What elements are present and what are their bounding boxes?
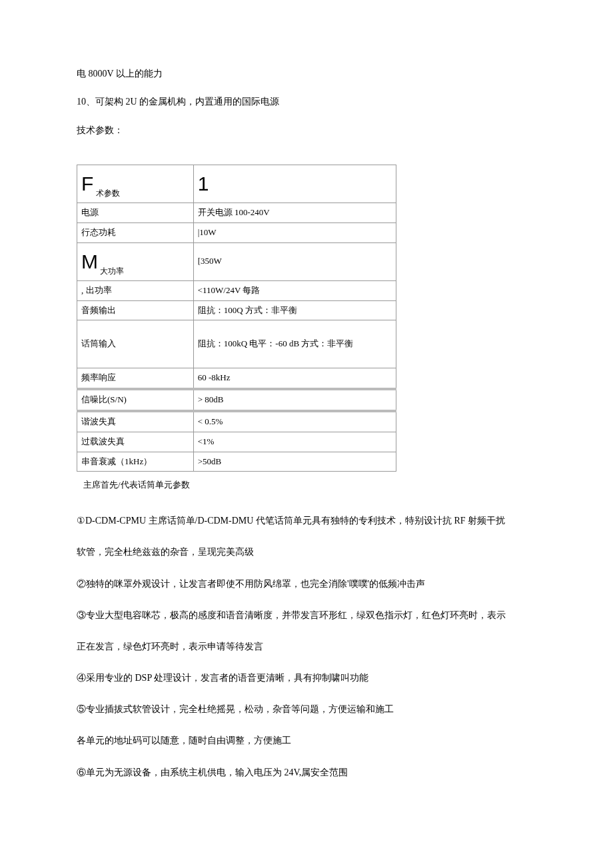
table-row: 电源 开关电源 100-240V: [77, 203, 396, 223]
cell-label: 音频输出: [77, 300, 194, 320]
cell-value: |10W: [193, 222, 396, 242]
table-row: , 出功率 <110W/24V 每路: [77, 280, 396, 300]
cell-label: M 大功率: [77, 242, 194, 280]
table-row: 频率响应 60 -8kHz: [77, 368, 396, 389]
cell-value: < 0.5%: [193, 411, 396, 432]
cell-label: 频率响应: [77, 368, 194, 389]
table-row: 信噪比(S/N) > 80dB: [77, 389, 396, 411]
paragraph: ④采用专业的 DSP 处理设计，发言者的语音更清晰，具有抑制啸叫功能: [77, 669, 536, 686]
cell-value: 阻抗：100kQ 电平：-60 dB 方式：非平衡: [193, 320, 396, 368]
paragraph: ①D-CDM-CPMU 主席话筒单/D-CDM-DMU 代笔话筒单元具有独特的专…: [77, 512, 536, 529]
table-row: 话筒输入 阻抗：100kQ 电平：-60 dB 方式：非平衡: [77, 320, 396, 368]
table-row: 串音衰减（1kHz） >50dB: [77, 452, 396, 472]
paragraph: ②独特的咪罩外观设计，让发言者即使不用防风绵罩，也完全消除'噗噗'的低频冲击声: [77, 576, 536, 592]
row-prefix: M: [81, 246, 98, 278]
cell-label: , 出功率: [77, 280, 194, 300]
table-row: M 大功率 [350W: [77, 242, 396, 280]
table-header-left: F 术参数: [77, 165, 194, 203]
cell-value: 60 -8kHz: [193, 368, 396, 389]
table-row: 过载波失真 <1%: [77, 432, 396, 452]
header-suffix: 术参数: [96, 189, 120, 198]
cell-value: [350W: [193, 242, 396, 280]
cell-label: 信噪比(S/N): [77, 389, 194, 411]
paragraph: ⑥单元为无源设备，由系统主机供电，输入电压为 24V,属安全范围: [77, 764, 536, 781]
section-label: 技术参数：: [77, 123, 536, 138]
header-right: 1: [198, 168, 209, 200]
cell-label: 话筒输入: [77, 320, 194, 368]
paragraph: ⑤专业插拔式软管设计，完全杜绝摇晃，松动，杂音等问题，方便运输和施工: [77, 701, 536, 717]
table-caption: 主席首先/代表话筒单元参数: [83, 478, 536, 492]
intro-line-1: 电 8000V 以上的能力: [77, 67, 536, 81]
intro-line-2: 10、可架构 2U 的金属机构，内置通用的国际电源: [77, 95, 536, 109]
paragraph: ③专业大型电容咪芯，极高的感度和语音清晰度，并带发言环形红，绿双色指示灯，红色灯…: [77, 607, 536, 624]
row-suffix: 大功率: [100, 266, 124, 276]
paragraph: 各单元的地址码可以随意，随时自由调整，方便施工: [77, 732, 536, 749]
paragraph: 软管，完全杜绝兹兹的杂音，呈现完美高级: [77, 544, 536, 560]
cell-value: >50dB: [193, 452, 396, 472]
cell-value: <1%: [193, 432, 396, 452]
cell-value: 开关电源 100-240V: [193, 203, 396, 223]
cell-value: 阻抗：100Q 方式：非平衡: [193, 300, 396, 320]
paragraph: 正在发言，绿色灯环亮时，表示申请等待发言: [77, 638, 536, 655]
cell-label: 过载波失真: [77, 432, 194, 452]
header-prefix: F: [81, 168, 93, 200]
cell-label: 谐波失真: [77, 411, 194, 432]
table-row: 谐波失真 < 0.5%: [77, 411, 396, 432]
cell-value: <110W/24V 每路: [193, 280, 396, 300]
cell-label: 电源: [77, 203, 194, 223]
table-row: 音频输出 阻抗：100Q 方式：非平衡: [77, 300, 396, 320]
table-row: 行态功耗 |10W: [77, 222, 396, 242]
cell-value: > 80dB: [193, 389, 396, 411]
cell-label: 串音衰减（1kHz）: [77, 452, 194, 472]
table-header-right: 1: [193, 165, 396, 203]
spec-table: F 术参数 1 电源 开关电源 100-240V 行态功耗 |10W M 大功率…: [77, 165, 396, 472]
cell-label: 行态功耗: [77, 222, 194, 242]
